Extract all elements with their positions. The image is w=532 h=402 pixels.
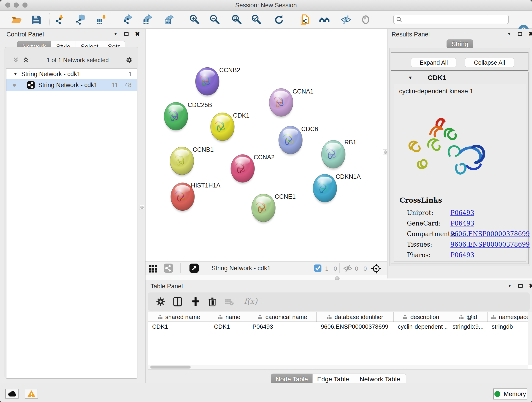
collapse-all-button[interactable]: Collapse All	[465, 58, 514, 67]
crosslink-link[interactable]: P06493	[450, 251, 474, 259]
save-icon[interactable]	[31, 14, 42, 25]
cell-database-identifier[interactable]: 9606.ENSP00000378699	[317, 323, 394, 330]
cloud-icon	[7, 390, 17, 397]
table-toolbar: f(x)	[148, 293, 530, 311]
cell-description[interactable]: cyclin-dependent ...	[394, 323, 448, 330]
network-canvas[interactable]: CCNB2CCNA1CDC25BCDK1CDC6RB1CCNB1CCNA2CDK…	[146, 29, 387, 261]
control-panel-close-icon[interactable]: ✖	[135, 32, 140, 36]
first-neighbors-icon[interactable]	[319, 14, 330, 25]
cell-shared-name[interactable]: CDK1	[148, 323, 210, 330]
table-gear-icon[interactable]	[155, 296, 166, 307]
results-panel-float-icon[interactable]	[518, 32, 522, 36]
left-splitter-button[interactable]	[139, 205, 144, 210]
column-header-description[interactable]: description	[394, 313, 448, 322]
zoom-out-icon[interactable]	[209, 14, 220, 25]
import-table-icon[interactable]	[96, 14, 107, 25]
table-panel-close-icon[interactable]: ✖	[529, 284, 532, 288]
gene-header-row[interactable]: ▼ CDK1	[391, 72, 528, 83]
crosslink-link[interactable]: 9606.ENSP00000378699	[450, 230, 530, 237]
current-network-name: String Network - cdk1	[211, 265, 271, 272]
table-panel-float-icon[interactable]	[518, 284, 523, 288]
scrollbar-thumb[interactable]	[150, 366, 191, 369]
node-label-CCNA2: CCNA2	[254, 154, 275, 161]
crosslink-row: Uniprot:P06493	[399, 207, 530, 218]
warnings-button[interactable]	[25, 389, 38, 399]
table-vertical-scrollbar[interactable]	[528, 313, 532, 365]
table-horizontal-scrollbar[interactable]	[148, 365, 528, 369]
expand-all-icon[interactable]	[22, 56, 30, 64]
export-network-icon[interactable]	[123, 14, 133, 25]
crosslink-link[interactable]: P06493	[450, 220, 474, 227]
node-CDKN1A[interactable]: CDKN1A	[313, 173, 361, 203]
hide-selected-icon[interactable]	[341, 14, 351, 25]
tree-expand-icon[interactable]: ▼	[13, 71, 18, 77]
cell-@id[interactable]: stringdb:9...	[448, 323, 488, 330]
open-in-browser-icon[interactable]	[190, 264, 199, 273]
cell-canonical-name[interactable]: P06493	[248, 323, 317, 330]
column-header-database-identifier[interactable]: database identifier	[317, 313, 394, 322]
node-CCNE1[interactable]: CCNE1	[252, 193, 296, 223]
column-header-canonical-name[interactable]: canonical name	[248, 313, 317, 322]
tab-string[interactable]: String	[447, 39, 473, 49]
column-header-namespace[interactable]: namespace	[488, 313, 532, 322]
export-image-icon[interactable]	[164, 14, 175, 25]
network-row-selected[interactable]: String Network - cdk1 11 48	[6, 79, 137, 91]
show-lens-icon[interactable]	[360, 14, 371, 25]
refresh-icon[interactable]	[273, 14, 284, 25]
column-header-shared-name[interactable]: shared name	[148, 313, 210, 322]
import-database-icon[interactable]	[75, 14, 86, 25]
birdseye-navigator-icon[interactable]	[371, 263, 381, 274]
crosslink-link[interactable]: P06493	[450, 209, 474, 216]
node-CCNA2[interactable]: CCNA2	[231, 154, 275, 184]
string-view-icon[interactable]	[164, 264, 173, 273]
gene-collapse-icon[interactable]: ▼	[408, 75, 413, 80]
import-network-icon[interactable]	[55, 14, 66, 25]
selected-nodes-edges-status: 1 - 0	[325, 265, 337, 272]
node-label-RB1: RB1	[344, 139, 356, 146]
node-CCNA1[interactable]: CCNA1	[269, 88, 314, 118]
network-collection-row[interactable]: ▼ String Network - cdk1 1	[6, 69, 137, 79]
crosslink-link[interactable]: 9606.ENSP00000378699	[450, 241, 530, 248]
grid-view-icon[interactable]	[149, 264, 157, 273]
network-label: String Network - cdk1	[38, 82, 97, 89]
gear-icon[interactable]	[125, 56, 133, 64]
add-column-icon[interactable]	[190, 296, 201, 307]
results-panel-menu-icon[interactable]: ▼	[507, 32, 511, 36]
selected-checkbox-icon[interactable]	[314, 264, 322, 272]
cell-namespace[interactable]: stringdb	[488, 323, 532, 330]
delete-column-icon[interactable]	[207, 296, 218, 307]
cell-name[interactable]: CDK1	[210, 323, 248, 330]
export-table-icon[interactable]	[143, 14, 153, 25]
control-panel-float-icon[interactable]	[124, 32, 128, 36]
node-CCNB2[interactable]: CCNB2	[196, 67, 240, 96]
string-results-box: Expand All Collapse All ▼ CDK1 cyclin-de…	[389, 48, 530, 266]
column-header-name[interactable]: name	[210, 313, 248, 322]
control-panel-menu-icon[interactable]: ▼	[114, 32, 118, 36]
zoom-fit-icon[interactable]	[231, 14, 242, 25]
control-panel: Control Panel ▼ ✖ NetworkStyleSelectSets…	[0, 29, 146, 383]
table-panel-menu-icon[interactable]: ▼	[507, 283, 512, 288]
column-header-@id[interactable]: @id	[448, 313, 488, 322]
search-field[interactable]	[393, 15, 509, 24]
collapse-all-icon[interactable]	[12, 56, 20, 64]
node-CCNB1[interactable]: CCNB1	[170, 146, 214, 176]
node-CDC6[interactable]: CDC6	[279, 126, 318, 155]
node-HIST1H1A[interactable]: HIST1H1A	[171, 182, 220, 212]
node-RB1[interactable]: RB1	[322, 139, 356, 169]
results-panel-close-icon[interactable]: ✖	[529, 32, 532, 36]
zoom-selected-icon[interactable]	[251, 14, 262, 25]
show-columns-icon[interactable]	[172, 296, 183, 307]
node-CDC25B[interactable]: CDC25B	[164, 102, 212, 131]
network-selected-status: 1 of 1 Network selected	[30, 57, 125, 64]
open-file-icon[interactable]	[11, 14, 22, 25]
zoom-in-icon[interactable]	[189, 14, 200, 25]
crosslink-label: Pharos:	[407, 251, 450, 259]
network-document-icon[interactable]	[299, 14, 310, 25]
expand-all-button[interactable]: Expand All	[411, 58, 456, 67]
table-row[interactable]: CDK1CDK1P064939606.ENSP00000378699cyclin…	[148, 322, 532, 331]
search-input[interactable]	[402, 16, 508, 23]
memory-status-dot	[494, 391, 500, 397]
memory-button[interactable]: Memory	[493, 389, 527, 400]
node-CDK1[interactable]: CDK1	[210, 112, 249, 142]
cloud-button[interactable]	[5, 389, 19, 399]
